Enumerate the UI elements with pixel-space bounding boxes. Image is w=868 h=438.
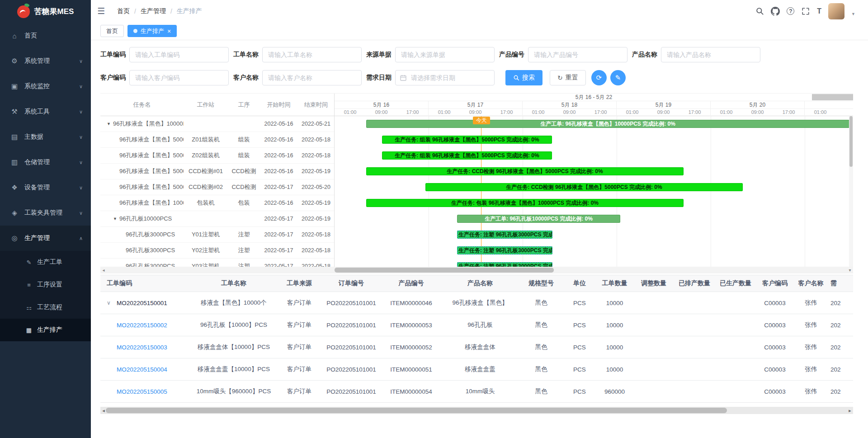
gantt-bar-workorder[interactable]: 生产工单: 96孔移液盒【黑色】10000PCS 完成比例: 0% <box>366 120 849 128</box>
edit-schedule-button[interactable]: ✎ <box>610 70 626 85</box>
table-row[interactable]: MO202205150005 10mm吸头【960000】PCS 客户订单 PO… <box>100 381 853 403</box>
tab-home[interactable]: 首页 <box>100 25 124 37</box>
gantt-bar-task[interactable]: 生产任务: 注塑 96孔孔板3000PCS 完成比例: 0% <box>457 231 552 239</box>
app-logo[interactable]: 苦糖果MES <box>0 0 91 23</box>
gantt-bar-task[interactable]: 生产任务: 包装 96孔移液盒【黑色】10000PCS 完成比例: 0% <box>366 199 684 207</box>
sidebar-item-master-data[interactable]: ▤ 主数据 ∨ <box>0 124 91 150</box>
refresh-schedule-button[interactable]: ⟳ <box>591 70 607 85</box>
row-expand-icon[interactable]: ∨ <box>107 300 117 306</box>
sidebar-subitem-scheduling[interactable]: ▦ 生产排产 <box>0 319 91 341</box>
product-name: 96孔孔板 <box>442 321 519 329</box>
github-icon[interactable] <box>771 7 780 16</box>
gantt-row[interactable]: 96孔移液盒【黑色】5000PCS CCD检测#01 CCD检测 2022-05… <box>100 164 334 179</box>
workorder-code-link[interactable]: MO202205150001 <box>117 300 167 306</box>
gantt-bar-task[interactable]: 生产任务: 注塑 96孔孔板3000PCS 完成比例: 0% <box>457 246 552 254</box>
scroll-right-icon[interactable]: ▸ <box>847 408 853 414</box>
breadcrumb-home[interactable]: 首页 <box>117 7 130 15</box>
gantt-bar-task[interactable]: 生产任务: 组装 96孔移液盒【黑色】5000PCS 完成比例: 0% <box>382 136 552 144</box>
production-icon: ◎ <box>10 234 19 242</box>
collapse-arrow-icon[interactable]: ▼ <box>113 217 117 221</box>
sidebar-item-equipment[interactable]: ❖ 设备管理 ∨ <box>0 175 91 200</box>
avatar[interactable] <box>828 3 844 19</box>
sidebar-item-warehouse[interactable]: ▥ 仓储管理 ∨ <box>0 150 91 175</box>
scrollbar-thumb[interactable] <box>106 408 727 413</box>
tab-scheduling[interactable]: 生产排产 × <box>127 25 177 37</box>
scroll-left-icon[interactable]: ◂ <box>100 268 107 273</box>
product-name-input[interactable] <box>661 47 760 62</box>
scroll-down-icon[interactable]: ▾ <box>847 268 853 273</box>
gantt-chart[interactable]: 今天 生产工单: 96孔移液盒【黑色】10000PCS 完成比例: 0% 生产任… <box>335 116 849 267</box>
gantt-bar-workorder[interactable]: 生产工单: 96孔孔板10000PCS 完成比例: 0% <box>457 215 620 223</box>
sidebar-item-fixture[interactable]: ◈ 工装夹具管理 ∨ <box>0 200 91 226</box>
sidebar-item-production[interactable]: ◎ 生产管理 ∧ <box>0 226 91 251</box>
gantt-row[interactable]: 96孔孔板3000PCS Y02注塑机 注塑 2022-05-17 2022-0… <box>100 243 334 259</box>
gantt-panel: 任务名 工作站 工序 开始时间 结束时间 5月 16 - 5月 22 5月 16 <box>100 93 853 273</box>
gantt-row[interactable]: ▼96孔移液盒【黑色】10000PCS 2022-05-16 2022-05-2… <box>100 116 334 132</box>
workorder-code-input[interactable] <box>129 47 229 62</box>
source-doc-input[interactable] <box>395 47 495 62</box>
gantt-row[interactable]: 96孔孔板3000PCS Y01注塑机 注塑 2022-05-17 2022-0… <box>100 227 334 243</box>
sidebar-subitem-work-order[interactable]: ✎ 生产工单 <box>0 251 91 273</box>
fullscreen-icon[interactable] <box>801 7 810 16</box>
product-code-input[interactable] <box>528 47 627 62</box>
table-row[interactable]: ∨MO202205150001 移液盒【黑色】10000个 客户订单 PO202… <box>100 292 853 314</box>
table-row[interactable]: MO202205150004 移液盒盒盖【10000】PCS 客户订单 PO20… <box>100 358 853 381</box>
scrollbar-thumb[interactable] <box>335 268 554 273</box>
sidebar-item-home[interactable]: ⌂ 首页 <box>0 23 91 48</box>
process: 组装 <box>228 151 260 160</box>
table-row[interactable]: MO202205150002 96孔孔板【10000】PCS 客户订单 PO20… <box>100 314 853 336</box>
gantt-bar-task[interactable]: 生产任务: CCD检测 96孔移液盒【黑色】5000PCS 完成比例: 0% <box>366 167 684 175</box>
scrollbar-thumb[interactable] <box>849 116 853 167</box>
sidebar-item-monitor[interactable]: ▣ 系统监控 ∨ <box>0 74 91 99</box>
gantt-row[interactable]: 96孔移液盒【黑色】5000PCS Z02组装机 组装 2022-05-16 2… <box>100 148 334 164</box>
customer-name-input[interactable] <box>262 70 362 85</box>
breadcrumb-production[interactable]: 生产管理 <box>141 7 166 15</box>
field-demand-date: 需求日期 <box>366 70 495 85</box>
help-icon[interactable]: ? <box>787 7 794 15</box>
sidebar-item-system[interactable]: ⚙ 系统管理 ∨ <box>0 48 91 74</box>
gantt-horizontal-scrollbar[interactable]: ◂ ▾ <box>100 267 853 273</box>
gantt-bar-task[interactable]: 生产任务: 注塑 96孔孔板3000PCS 完成比例: 0% <box>457 262 552 267</box>
gantt-day-label: 5月 16 <box>335 101 429 108</box>
gantt-row[interactable]: 96孔移液盒【黑色】5000PCS CCD检测#02 CCD检测 2022-05… <box>100 179 334 195</box>
gantt-row[interactable]: 96孔移液盒【黑色】5000PCS Z01组装机 组装 2022-05-16 2… <box>100 132 334 148</box>
sidebar-item-tools[interactable]: ⚒ 系统工具 ∨ <box>0 99 91 124</box>
gantt-vertical-scrollbar[interactable] <box>849 116 853 267</box>
gantt-bar-task[interactable]: 生产任务: 组装 96孔移液盒【黑色】5000PCS 完成比例: 0% <box>382 151 552 160</box>
table-row[interactable]: MO202205150003 移液盒盒体【10000】PCS 客户订单 PO20… <box>100 336 853 358</box>
gantt-day-label: 5月 20 <box>711 101 805 108</box>
sidebar-subitem-process-setting[interactable]: ≡ 工序设置 <box>0 273 91 296</box>
spec: 黑色 <box>519 321 564 329</box>
sidebar-subitem-process-flow[interactable]: ⚏ 工艺流程 <box>0 296 91 319</box>
workstation: 包装机 <box>184 199 228 207</box>
workorder-code-link[interactable]: MO202205150005 <box>117 388 167 395</box>
reset-button[interactable]: ↻ 重置 <box>550 70 586 85</box>
gantt-row[interactable]: 96孔孔板3000PCS Y03注塑机 注塑 2022-05-17 2022-0… <box>100 259 334 267</box>
sidebar-toggle-icon[interactable]: ☰ <box>97 6 109 16</box>
product-name: 96孔移液盒【黑色】 <box>442 299 519 307</box>
product-code: ITEM00000054 <box>381 388 442 395</box>
customer-code-input[interactable] <box>129 70 229 85</box>
workorder-name-input[interactable] <box>262 47 362 62</box>
font-size-icon[interactable]: T <box>817 7 821 15</box>
workorder-code-link[interactable]: MO202205150003 <box>117 344 167 351</box>
collapse-arrow-icon[interactable]: ▼ <box>107 122 111 126</box>
close-icon[interactable]: × <box>167 28 171 34</box>
table-horizontal-scrollbar[interactable]: ◂ ▸ <box>100 407 853 414</box>
tab-label: 首页 <box>106 27 118 35</box>
end-time: 2022-05-21 <box>297 121 335 127</box>
avatar-caret-icon[interactable]: ▼ <box>851 12 855 16</box>
chevron-down-icon: ∨ <box>79 58 83 64</box>
search-icon[interactable] <box>755 7 764 16</box>
search-button[interactable]: 搜索 <box>505 70 542 85</box>
process: 组装 <box>228 136 260 144</box>
demand-date-input[interactable] <box>395 70 495 85</box>
gantt-header-scrollbar[interactable] <box>812 94 853 100</box>
workorder-code-link[interactable]: MO202205150002 <box>117 322 167 329</box>
workorder-code-link[interactable]: MO202205150004 <box>117 366 167 373</box>
gantt-row[interactable]: ▼96孔孔板10000PCS 2022-05-17 2022-05-19 <box>100 211 334 227</box>
col-product-code: 产品编号 <box>381 279 442 287</box>
gantt-row[interactable]: 96孔移液盒【黑色】10000PCS 包装机 包装 2022-05-16 202… <box>100 195 334 211</box>
document-icon: ▤ <box>10 133 19 141</box>
gantt-bar-task[interactable]: 生产任务: CCD检测 96孔移液盒【黑色】5000PCS 完成比例: 0% <box>425 183 743 191</box>
